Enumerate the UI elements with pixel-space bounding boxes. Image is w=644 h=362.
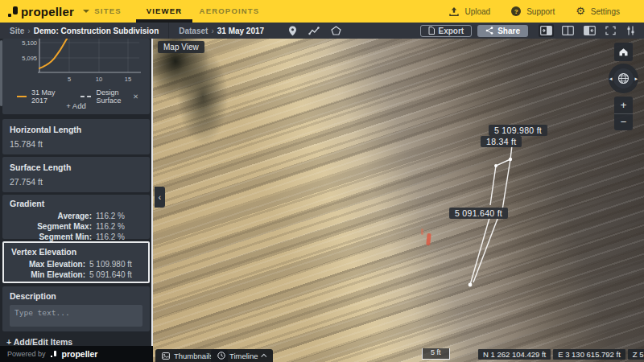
- location-pin-icon[interactable]: [288, 26, 297, 36]
- polygon-tool-icon[interactable]: [331, 26, 341, 35]
- export-button[interactable]: Export: [420, 25, 473, 37]
- vertex-elevation-title: Vertex Elevation: [11, 247, 141, 257]
- settings-label: Settings: [591, 7, 620, 16]
- nav-actions: Upload ? Support ⚙ Settings: [449, 6, 644, 16]
- elevation-profile-chart[interactable]: 5,100 5,095 5 10 15: [2, 39, 150, 88]
- horizontal-length-title: Horizontal Length: [10, 125, 142, 134]
- ytick-label: 5,100: [22, 39, 37, 47]
- settings-button[interactable]: ⚙ Settings: [576, 6, 620, 16]
- min-elevation-label: Min Elevation:: [11, 269, 85, 280]
- share-icon: [485, 27, 493, 35]
- split-view-icon[interactable]: [560, 24, 576, 37]
- gradient-segment-max-value: 116.2 %: [96, 221, 142, 232]
- toolbar: Site › Demo: Construction Subdivision Da…: [0, 23, 644, 39]
- max-elevation-value: 5 109.980 ft: [89, 259, 141, 269]
- site-label: Site: [10, 27, 24, 35]
- xtick-label: 10: [96, 76, 102, 83]
- view-toggles: [539, 24, 638, 37]
- profile-series-line: [39, 39, 68, 68]
- cursor-coordinates: N 1 262 104.429 ft E 3 130 615.792 ft Z …: [478, 349, 644, 360]
- share-label: Share: [497, 27, 520, 35]
- surface-length-value: 27.754 ft: [10, 177, 142, 187]
- thumbnails-label: Thumbnails: [174, 352, 213, 360]
- gradient-average-label: Average:: [10, 211, 92, 221]
- zoom-in-button[interactable]: +: [614, 97, 633, 114]
- home-icon: [618, 47, 629, 56]
- chevron-up-icon: [261, 353, 266, 359]
- support-button[interactable]: ? Support: [511, 6, 555, 16]
- upload-button[interactable]: Upload: [449, 7, 490, 16]
- description-input[interactable]: [10, 305, 142, 327]
- gradient-average-value: 116.2 %: [96, 211, 142, 221]
- expand-left-panel-icon[interactable]: [582, 24, 597, 37]
- propeller-logo-icon: [51, 350, 57, 358]
- gradient-card: Gradient Average: 116.2 % Segment Max: 1…: [2, 195, 150, 239]
- design-surface-swatch: [80, 96, 91, 97]
- min-elevation-map-label: 5 091.640 ft: [449, 208, 508, 219]
- clock-icon: [217, 352, 225, 360]
- image-icon: [162, 352, 170, 360]
- surface-length-card: Surface Length 27.754 ft: [2, 157, 150, 192]
- breadcrumb-separator: ›: [211, 27, 213, 35]
- expand-right-panel-icon[interactable]: [539, 24, 554, 37]
- elevation-profile-card: 5,100 5,095 5 10 15 31 May 2017 Design S…: [2, 39, 150, 114]
- sidebar-collapse-button[interactable]: ‹: [155, 187, 165, 208]
- breadcrumb-separator: ›: [27, 27, 30, 35]
- nav-tabs: SITES VIEWER AEROPOINTS: [80, 0, 266, 23]
- coordinate-easting: E 3 130 615.792 ft: [553, 349, 625, 360]
- tab-viewer[interactable]: VIEWER: [136, 0, 192, 23]
- max-elevation-map-label: 5 109.980 ft: [489, 125, 547, 136]
- coordinate-elevation: Z 5 091.240 ft: [628, 349, 644, 360]
- measurement-sidebar: 5,100 5,095 5 10 15 31 May 2017 Design S…: [0, 39, 153, 346]
- tab-aeropoints[interactable]: AEROPOINTS: [192, 0, 266, 23]
- horizontal-length-card: Horizontal Length 15.784 ft: [2, 119, 150, 154]
- series-line-swatch: [17, 96, 27, 97]
- zoom-out-button[interactable]: −: [614, 114, 633, 131]
- site-name: Demo: Construction Subdivision: [34, 27, 159, 35]
- measurement-overlay: [153, 39, 644, 362]
- propeller-logo[interactable]: propeller: [8, 5, 89, 19]
- top-nav: propeller SITES VIEWER AEROPOINTS Upload…: [0, 0, 644, 23]
- polyline-tool-icon[interactable]: [308, 27, 320, 35]
- surface-length-title: Surface Length: [10, 162, 142, 172]
- propeller-logo-icon: [8, 6, 19, 18]
- vertex-elevation-card: Vertex Elevation Max Elevation: 5 109.98…: [2, 241, 150, 283]
- remove-series-icon[interactable]: ✕: [133, 93, 138, 101]
- upload-label: Upload: [464, 7, 490, 16]
- globe-icon: [613, 68, 634, 88]
- toolbar-right: Export Share: [420, 24, 644, 37]
- timeline-label: Timeline: [229, 352, 258, 360]
- powered-by-logo-text[interactable]: propeller: [62, 349, 98, 359]
- gear-icon: ⚙: [576, 6, 585, 16]
- map-viewport[interactable]: Map View 5 109.980 ft 18.34 ft 5 091.640…: [153, 39, 644, 362]
- height-map-label: 18.34 ft: [481, 136, 522, 147]
- xtick-label: 15: [125, 76, 131, 83]
- fullscreen-icon[interactable]: [604, 24, 617, 37]
- map-scale-bar: 5 ft: [422, 348, 450, 360]
- compass-globe-control[interactable]: [609, 64, 638, 93]
- help-icon: ?: [511, 6, 521, 16]
- gradient-title: Gradient: [10, 199, 142, 208]
- min-elevation-value: 5 091.640 ft: [89, 269, 141, 280]
- upload-icon: [449, 7, 459, 16]
- timeline-tab[interactable]: Timeline: [211, 349, 273, 362]
- breadcrumb-site[interactable]: Site › Demo: Construction Subdivision: [0, 23, 168, 39]
- coordinate-northing: N 1 262 104.429 ft: [478, 349, 551, 360]
- document-icon: [428, 27, 435, 35]
- description-card: Description: [2, 286, 150, 331]
- dataset-label: Dataset: [179, 27, 208, 35]
- description-title: Description: [10, 291, 142, 301]
- home-view-button[interactable]: [614, 43, 633, 61]
- share-button[interactable]: Share: [477, 25, 528, 37]
- adjustments-icon[interactable]: [624, 24, 638, 37]
- support-label: Support: [526, 7, 555, 16]
- add-series-button[interactable]: + Add: [2, 101, 150, 110]
- breadcrumb-dataset[interactable]: Dataset › 31 May 2017: [168, 23, 274, 39]
- max-elevation-label: Max Elevation:: [11, 259, 85, 269]
- tab-sites[interactable]: SITES: [80, 0, 136, 23]
- dataset-name: 31 May 2017: [217, 27, 264, 35]
- gradient-segment-max-label: Segment Max:: [10, 221, 92, 232]
- xtick-label: 5: [68, 76, 71, 83]
- powered-by-bar: Powered by propeller: [0, 346, 153, 362]
- zoom-control: + −: [614, 97, 633, 130]
